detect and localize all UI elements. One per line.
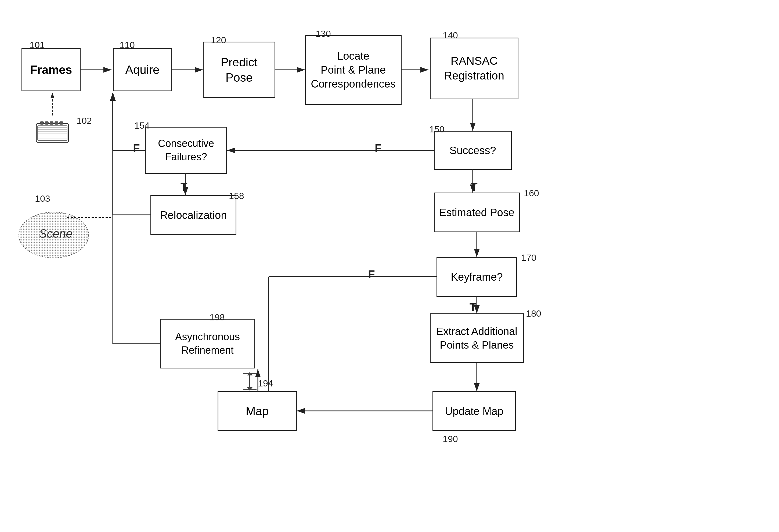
flow-f3: F <box>368 268 375 281</box>
node-acquire: Aquire <box>113 48 172 91</box>
node-extract: Extract Additional Points & Planes <box>430 313 524 363</box>
ref-150: 150 <box>429 124 444 135</box>
ref-158: 158 <box>229 191 244 201</box>
svg-rect-40 <box>55 122 58 124</box>
flow-t1: T <box>181 181 187 193</box>
camera-icon <box>35 121 70 150</box>
node-locate: Locate Point & Plane Correspondences <box>305 35 402 105</box>
flow-f2: F <box>375 142 382 155</box>
node-consec-failures: Consecutive Failures? <box>145 127 227 174</box>
node-update-map: Update Map <box>432 391 516 431</box>
node-keyframe: Keyframe? <box>436 257 517 297</box>
flow-f1: F <box>133 142 140 155</box>
node-relocalization: Relocalization <box>151 195 236 235</box>
ref-120: 120 <box>211 35 226 45</box>
flow-t3: T <box>470 301 477 314</box>
ref-130: 130 <box>316 28 331 39</box>
node-async-refinement: Asynchronous Refinement <box>160 319 255 369</box>
svg-rect-28 <box>36 124 68 142</box>
svg-rect-39 <box>50 122 53 124</box>
ref-140: 140 <box>443 30 458 41</box>
scene-ellipse: Scene <box>16 209 91 262</box>
ref-170: 170 <box>521 253 536 263</box>
node-map: Map <box>218 391 297 431</box>
ref-180: 180 <box>526 308 541 319</box>
ref-198: 198 <box>209 312 225 323</box>
node-ransac: RANSAC Registration <box>430 38 519 99</box>
node-estimated-pose: Estimated Pose <box>434 193 520 232</box>
ref-190: 190 <box>443 434 458 444</box>
ref-101: 101 <box>29 40 45 50</box>
svg-rect-38 <box>45 122 48 124</box>
diagram-container: Frames Aquire Predict Pose Locate Point … <box>0 0 779 532</box>
ref-102: 102 <box>76 116 92 126</box>
ref-103: 103 <box>35 193 50 204</box>
svg-rect-37 <box>40 122 44 124</box>
node-predict-pose: Predict Pose <box>203 42 275 98</box>
flow-t2: T <box>471 181 478 193</box>
svg-rect-41 <box>60 122 63 124</box>
node-success: Success? <box>434 131 512 170</box>
ref-110: 110 <box>120 40 135 50</box>
ref-160: 160 <box>524 188 539 198</box>
ref-154: 154 <box>134 120 149 131</box>
node-frames: Frames <box>21 48 80 91</box>
sync-icon <box>239 371 260 393</box>
